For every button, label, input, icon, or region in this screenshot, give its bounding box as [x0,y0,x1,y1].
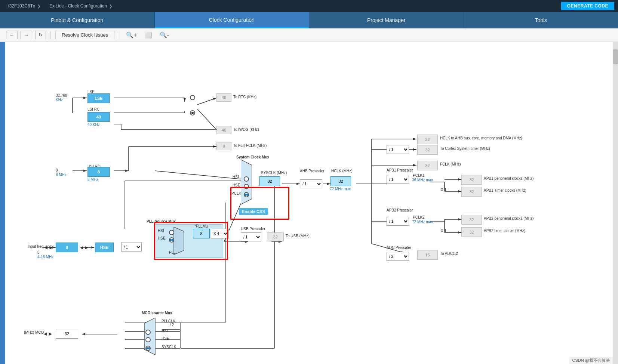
mco-val-box[interactable]: 32 [56,329,78,339]
apb1-periph-label: APB1 peripheral clocks (MHz) [484,176,534,181]
apb2-periph-label: APB2 peripheral clocks (MHz) [484,216,534,220]
refresh-button[interactable]: ↻ [35,31,46,39]
pllmul-label: *PLLMul [194,224,209,228]
hsi-pll-radio[interactable] [169,230,174,235]
lsi-radio[interactable] [190,110,195,115]
lse-radio[interactable] [190,95,195,100]
breadcrumb-area: i32F103C6Tx ❯ Exit.ioc - Clock Configura… [4,2,117,10]
div2-mco-label: / 2 [170,323,174,327]
pll-source-mux-label: PLL Source Mux [147,219,176,223]
apb2-timer-label: APB2 timer clocks (MHz) [484,229,525,233]
pclk-label: PCLK [231,191,241,195]
pclk1-36-label: 36 MHz max [412,178,433,182]
apb1-div-select[interactable]: / 1 [387,175,409,184]
hclk-72-label: 72 MHz max [330,187,351,191]
usb-div-select[interactable]: / 1 [241,232,261,241]
lsi-40khz-label: 40 KHz [87,123,100,127]
pllmul-val-box[interactable]: 8 [193,229,210,238]
hse-mco-radio[interactable] [145,337,151,342]
enable-css-button[interactable]: Enable CSS [239,208,268,215]
zoom-fit-button[interactable]: ⬜ [142,30,154,40]
apb2-div-select[interactable]: / 1 [387,217,409,226]
apb1-periph-val-box: 32 [461,175,482,185]
hse-div-select[interactable]: / 1 [121,243,142,252]
ahb-div-select[interactable]: / 1 [300,179,322,188]
lsi-rc-label: LSI RC [87,107,99,111]
pclk2-label: PCLK2 [413,215,425,219]
generate-code-button[interactable]: GENERATE CODE [561,2,614,10]
adc-prescaler-label: ADC Prescaler [387,246,411,250]
adc-label: To ADC1,2 [440,252,458,256]
cortex-val-box: 32 [417,145,438,155]
adc-div-select[interactable]: / 2 [387,252,409,261]
lse-rc-label: LSE [87,90,95,94]
usb-val-box: 32 [267,232,284,241]
sysclk-mco-radio[interactable] [145,346,151,351]
zoom-in-button[interactable]: 🔍+ [124,30,139,40]
freq-32768-label: 32.768 [56,93,67,98]
pllmul-select[interactable]: X 4 X 6 X 8 [211,229,229,238]
sysclk-val-box[interactable]: 32 [259,176,280,186]
apb1-timer-val-box: 32 [461,187,482,197]
breadcrumb-file[interactable]: Exit.ioc - Clock Configuration ❯ [45,2,117,10]
tab-project[interactable]: Project Manager [309,12,464,28]
apb2-x1-label: X 1 [441,229,446,233]
ahb-prescaler-label: AHB Prescaler [300,169,325,173]
hse-freq-label: 8 [37,250,40,255]
footer-credit: CSDN @我不会算法 [569,357,613,364]
hclk-ahb-label: HCLK to AHB bus, core, memory and DMA (M… [440,136,522,140]
resolve-clock-button[interactable]: Resolve Clock Issues [55,31,114,39]
cortex-label: To Cortex System timer (MHz) [440,146,490,151]
zoom-out-button[interactable]: 🔍- [157,30,171,40]
rtc-value-box: 40 [216,93,231,102]
to-iwdg-label: To IWDG (KHz) [233,127,259,132]
double-arrow-right: ◄► [79,244,89,250]
main-content: 32.768 KHz 8 8 MHz Input frequency 8 4-1… [0,42,618,364]
pclk1-label: PCLK1 [413,173,425,178]
iwdg-value-box: 40 [216,126,231,134]
tab-tools[interactable]: Tools [464,12,618,28]
lse-box: LSE [87,93,110,103]
tab-clock[interactable]: Clock Configuration [155,12,310,28]
cortex-div-select[interactable]: / 1 [387,145,409,154]
to-rtc-label: To RTC (KHz) [233,95,256,99]
hsi-freq-label: 8 [56,168,58,172]
lsi-40-box[interactable]: 40 [87,112,110,122]
undo-button[interactable]: ← [6,31,18,39]
svg-line-18 [155,171,244,179]
usb-to-label: To USB (MHz) [286,234,310,238]
breadcrumb-chip[interactable]: i32F103C6Tx ❯ [4,2,45,10]
apb2-timer-val-box: 32 [461,227,482,237]
scrollbar[interactable] [613,42,618,364]
nav-tabs: Pinout & Configuration Clock Configurati… [0,12,618,28]
hse-sysclk-radio[interactable] [244,184,249,189]
hsi-mco-radio[interactable] [145,330,151,335]
input-freq-box[interactable]: 8 [56,243,78,252]
hse-pll-radio[interactable] [169,237,174,243]
double-arrow-left: ◄► [43,244,54,250]
diagram-area[interactable]: 32.768 KHz 8 8 MHz Input frequency 8 4-1… [5,42,613,364]
toolbar-separator-2 [119,31,119,39]
hse-sysclk-label: HSE [233,183,240,187]
mco-mhz-label: (MHz) MCO [24,330,44,334]
hclk-mhz-label: HCLK (MHz) [331,169,353,173]
hse-mhz-label: 4-16 MHz [37,255,53,259]
hsi-sysclk-label: HSI [233,175,239,179]
hse-pll-label: HSE [158,236,166,240]
apb1-x1-label: X 1 [441,188,446,192]
top-bar: i32F103C6Tx ❯ Exit.ioc - Clock Configura… [0,0,618,12]
fclk-label: FCLK (MHz) [440,162,461,166]
usb-prescaler-label: USB Prescaler [241,227,265,231]
tab-pinout[interactable]: Pinout & Configuration [0,12,155,28]
hclk-val-box[interactable]: 32 [330,176,351,186]
hsi-sysclk-radio[interactable] [244,176,249,182]
hse-box: HSE [95,243,114,252]
redo-button[interactable]: → [21,31,32,39]
pclk-radio[interactable] [244,192,249,197]
hsi-8mhz-label: 8 MHz [87,178,98,182]
apb1-prescaler-label: APB1 Prescaler [387,168,413,172]
svg-marker-60 [241,160,252,204]
sidebar-strip [0,42,5,364]
flitf-value-box: 8 [216,142,231,150]
apb2-periph-val-box: 32 [461,215,482,225]
